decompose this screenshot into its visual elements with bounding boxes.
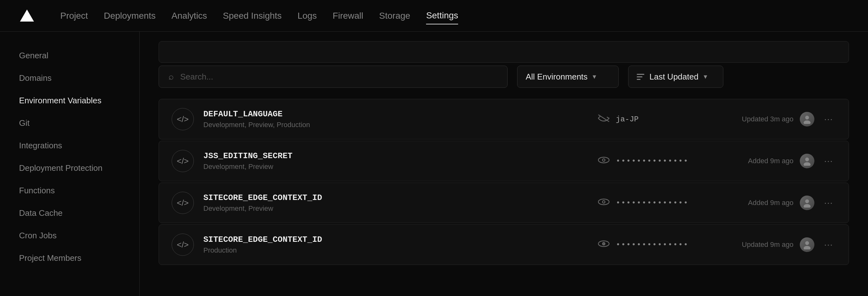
env-value-section: •••••••••••••• [598, 198, 725, 208]
env-var-meta: Updated 9m ago ⋯ [735, 237, 836, 252]
nav-item-deployments[interactable]: Deployments [104, 8, 155, 24]
sidebar-item-data-cache[interactable]: Data Cache [19, 202, 120, 224]
env-var-meta: Added 9m ago ⋯ [735, 154, 836, 168]
sidebar-item-cron-jobs[interactable]: Cron Jobs [19, 224, 120, 247]
env-var-meta: Added 9m ago ⋯ [735, 196, 836, 210]
eye-hidden-icon[interactable] [598, 114, 610, 124]
code-icon: </> [172, 150, 194, 172]
more-options-button[interactable]: ⋯ [821, 154, 836, 168]
env-dropdown-label: All Environments [526, 72, 588, 82]
env-updated-time: Added 9m ago [748, 199, 794, 207]
eye-icon[interactable] [598, 156, 610, 166]
env-var-value: •••••••••••••• [616, 199, 689, 207]
chevron-down-icon: ▾ [593, 73, 596, 81]
env-var-row: </> SITECORE_EDGE_CONTEXT_ID Production … [159, 224, 849, 265]
env-var-value: •••••••••••••• [616, 240, 689, 249]
logo[interactable] [19, 8, 35, 24]
more-options-button[interactable]: ⋯ [821, 238, 836, 252]
filter-bar: ⌕ All Environments ▾ Last Updated ▾ [159, 64, 849, 89]
svg-point-2 [804, 121, 811, 124]
env-var-info: SITECORE_EDGE_CONTEXT_ID Development, Pr… [204, 193, 589, 212]
env-filter-dropdown[interactable]: All Environments ▾ [517, 66, 619, 88]
nav-item-logs[interactable]: Logs [298, 8, 317, 24]
env-var-row: </> DEFAULT_LANGUAGE Development, Previe… [159, 99, 849, 139]
env-var-info: DEFAULT_LANGUAGE Development, Preview, P… [204, 109, 589, 129]
env-var-info: SITECORE_EDGE_CONTEXT_ID Production [204, 235, 589, 255]
sidebar: General Domains Environment Variables Gi… [0, 32, 140, 296]
sidebar-item-functions[interactable]: Functions [19, 179, 120, 202]
top-nav: Project Deployments Analytics Speed Insi… [0, 0, 868, 32]
env-updated-time: Updated 3m ago [742, 115, 794, 123]
sidebar-item-env-vars[interactable]: Environment Variables [19, 89, 120, 112]
avatar [800, 154, 814, 168]
nav-item-settings[interactable]: Settings [426, 7, 458, 24]
sidebar-item-git[interactable]: Git [19, 112, 120, 134]
env-updated-time: Added 9m ago [748, 157, 794, 165]
env-value-section: •••••••••••••• [598, 156, 725, 166]
sort-dropdown[interactable]: Last Updated ▾ [628, 66, 723, 88]
avatar [800, 196, 814, 210]
env-value-section: •••••••••••••• [598, 239, 725, 250]
sort-lines-icon [637, 74, 644, 80]
svg-marker-0 [20, 9, 34, 22]
search-container: ⌕ [159, 66, 507, 88]
partial-top-bar [159, 41, 849, 63]
svg-point-3 [598, 157, 609, 163]
svg-point-8 [602, 201, 605, 203]
env-var-name: SITECORE_EDGE_CONTEXT_ID [204, 235, 589, 244]
env-var-tags: Development, Preview, Production [204, 121, 589, 129]
sidebar-item-general[interactable]: General [19, 44, 120, 67]
code-icon: </> [172, 234, 194, 256]
svg-point-9 [805, 199, 809, 203]
svg-point-10 [804, 204, 811, 207]
svg-point-5 [805, 158, 809, 161]
sidebar-item-integrations[interactable]: Integrations [19, 134, 120, 157]
svg-point-6 [804, 162, 811, 166]
env-var-row: </> JSS_EDITING_SECRET Development, Prev… [159, 141, 849, 181]
svg-point-4 [602, 159, 605, 161]
env-var-meta: Updated 3m ago ⋯ [735, 112, 836, 127]
env-var-name: SITECORE_EDGE_CONTEXT_ID [204, 193, 589, 202]
env-var-tags: Production [204, 246, 589, 255]
content-area: ⌕ All Environments ▾ Last Updated ▾ [140, 32, 868, 296]
nav-item-firewall[interactable]: Firewall [333, 8, 363, 24]
chevron-down-icon-sort: ▾ [704, 73, 707, 81]
sort-dropdown-label: Last Updated [649, 72, 699, 82]
env-value-section: ja-JP [598, 114, 725, 124]
more-options-button[interactable]: ⋯ [821, 196, 836, 210]
avatar [800, 237, 814, 252]
env-var-tags: Development, Preview [204, 163, 589, 171]
env-var-info: JSS_EDITING_SECRET Development, Preview [204, 151, 589, 171]
sidebar-item-project-members[interactable]: Project Members [19, 247, 120, 269]
avatar [800, 112, 814, 127]
env-var-name: JSS_EDITING_SECRET [204, 151, 589, 161]
sidebar-item-deployment-protection[interactable]: Deployment Protection [19, 157, 120, 179]
main-layout: General Domains Environment Variables Gi… [0, 32, 868, 296]
code-icon: </> [172, 192, 194, 214]
env-var-value: •••••••••••••• [616, 157, 689, 165]
svg-point-7 [598, 199, 609, 205]
nav-item-storage[interactable]: Storage [379, 8, 410, 24]
svg-point-15 [804, 246, 811, 250]
search-input[interactable] [180, 72, 498, 82]
svg-point-14 [805, 241, 809, 245]
env-var-name: DEFAULT_LANGUAGE [204, 109, 589, 119]
env-updated-time: Updated 9m ago [742, 240, 794, 249]
nav-item-speed-insights[interactable]: Speed Insights [223, 8, 282, 24]
eye-icon[interactable] [598, 198, 610, 208]
search-icon: ⌕ [168, 72, 174, 82]
env-var-value: ja-JP [616, 115, 639, 124]
env-var-tags: Development, Preview [204, 204, 589, 212]
code-icon: </> [172, 108, 194, 130]
more-options-button[interactable]: ⋯ [821, 112, 836, 126]
nav-item-analytics[interactable]: Analytics [172, 8, 207, 24]
eye-icon[interactable] [598, 239, 610, 250]
sidebar-item-domains[interactable]: Domains [19, 67, 120, 89]
svg-point-1 [805, 116, 809, 120]
env-var-row: </> SITECORE_EDGE_CONTEXT_ID Development… [159, 183, 849, 223]
nav-item-project[interactable]: Project [60, 8, 88, 24]
